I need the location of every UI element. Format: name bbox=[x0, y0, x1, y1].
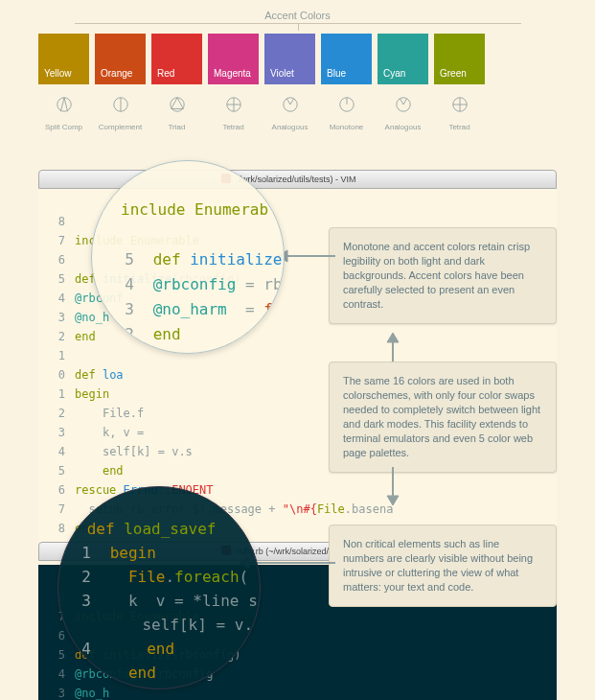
relation-triad: Triad bbox=[151, 96, 202, 131]
accent-colors-title: Accent Colors bbox=[38, 10, 557, 21]
callout-sixteen: The same 16 colors are used in both colo… bbox=[329, 362, 557, 473]
swatch-red: Red bbox=[151, 34, 202, 84]
callout-contrast: Monotone and accent colors retain crisp … bbox=[329, 227, 557, 324]
swatch-row: Yellow Orange Red Magenta Violet Blue Cy… bbox=[38, 34, 557, 84]
arrow-down-icon bbox=[383, 467, 402, 505]
relation-row: Split Comp Complement Triad Tetrad Analo… bbox=[38, 96, 557, 131]
swatch-cyan: Cyan bbox=[378, 34, 428, 84]
swatch-blue: Blue bbox=[321, 34, 372, 84]
magnifier-dark: def load_savef 1 begin 2 File.foreach( 3… bbox=[57, 486, 261, 689]
swatch-magenta: Magenta bbox=[208, 34, 259, 84]
swatch-yellow: Yellow bbox=[38, 34, 89, 84]
swatch-violet: Violet bbox=[264, 34, 315, 84]
arrow-up-icon bbox=[383, 333, 402, 362]
magnifier-light: include Enumerab 5 def initialize(rbc 4 … bbox=[91, 160, 285, 354]
swatch-green: Green bbox=[434, 34, 485, 84]
relation-tetrad-2: Tetrad bbox=[434, 96, 485, 131]
light-titlebar: /wrk/solarized/utils/tests) - VIM bbox=[38, 170, 557, 189]
svg-point-3 bbox=[170, 98, 183, 111]
relation-tetrad: Tetrad bbox=[208, 96, 259, 131]
relation-analogous-2: Analogous bbox=[378, 96, 428, 131]
relation-analogous: Analogous bbox=[264, 96, 315, 131]
arrow-left-icon bbox=[278, 246, 335, 266]
callout-linenumbers: Non critical elements such as line numbe… bbox=[329, 525, 557, 607]
accent-divider bbox=[75, 23, 521, 24]
swatch-orange: Orange bbox=[95, 34, 146, 84]
relation-monotone: Monotone bbox=[321, 96, 372, 131]
relation-splitcomp: Split Comp bbox=[38, 96, 89, 131]
relation-complement: Complement bbox=[95, 96, 146, 131]
svg-point-0 bbox=[57, 98, 70, 111]
